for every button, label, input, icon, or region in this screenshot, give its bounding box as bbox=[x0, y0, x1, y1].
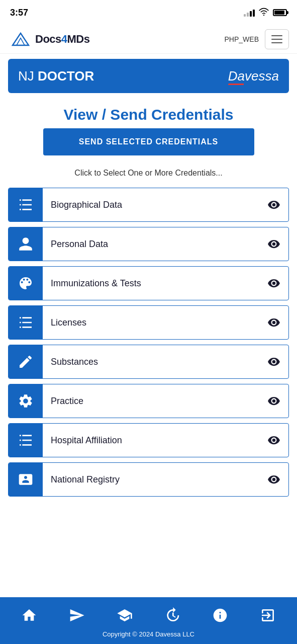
footer-history-button[interactable] bbox=[160, 603, 184, 627]
history-icon bbox=[164, 607, 180, 623]
footer-copyright: Copyright © 2024 Davessa LLC bbox=[0, 627, 297, 640]
credential-label-biographical: Biographical Data bbox=[43, 200, 259, 210]
logout-icon bbox=[260, 607, 276, 623]
svg-marker-2 bbox=[17, 38, 25, 45]
credential-icon-national bbox=[9, 463, 43, 496]
credential-eye-substances[interactable] bbox=[259, 355, 288, 368]
credential-item-personal[interactable]: Personal Data bbox=[8, 227, 289, 261]
status-icons bbox=[244, 8, 287, 18]
credential-label-immunizations: Immunizations & Tests bbox=[43, 278, 259, 289]
credential-icon-licenses bbox=[9, 306, 43, 339]
signal-icon bbox=[244, 9, 255, 17]
home-icon bbox=[21, 607, 37, 623]
footer-education-button[interactable] bbox=[113, 603, 137, 627]
menu-button[interactable] bbox=[265, 29, 289, 49]
credential-eye-immunizations[interactable] bbox=[259, 277, 288, 290]
instruction-text: Click to Select One or More Credentials.… bbox=[0, 160, 297, 188]
logo-area: Docs4MDs bbox=[8, 29, 90, 49]
credential-label-national: National Registry bbox=[43, 474, 259, 485]
credential-icon-biographical bbox=[9, 188, 43, 221]
credential-item-biographical[interactable]: Biographical Data bbox=[8, 188, 289, 222]
banner-davessa: Davessa bbox=[228, 68, 279, 84]
footer-logout-button[interactable] bbox=[256, 603, 280, 627]
credential-item-national[interactable]: National Registry bbox=[8, 462, 289, 497]
nav-right: PHP_WEB bbox=[225, 29, 289, 49]
credential-eye-national[interactable] bbox=[259, 473, 288, 486]
credential-icon-hospital bbox=[9, 424, 43, 457]
info-icon bbox=[212, 607, 228, 623]
credential-eye-hospital[interactable] bbox=[259, 434, 288, 447]
credential-label-hospital: Hospital Affiliation bbox=[43, 435, 259, 446]
credential-icon-personal bbox=[9, 227, 43, 261]
credential-label-personal: Personal Data bbox=[43, 239, 259, 250]
logo-icon bbox=[8, 29, 33, 49]
credential-eye-licenses[interactable] bbox=[259, 316, 288, 329]
credential-item-immunizations[interactable]: Immunizations & Tests bbox=[8, 266, 289, 300]
wifi-icon bbox=[259, 8, 269, 18]
page-title: View / Send Credentials bbox=[0, 98, 297, 128]
status-bar: 3:57 bbox=[0, 0, 297, 25]
hamburger-line bbox=[271, 39, 282, 40]
hamburger-line bbox=[271, 35, 282, 36]
footer-home-button[interactable] bbox=[17, 603, 41, 627]
credential-icon-immunizations bbox=[9, 267, 43, 300]
credential-label-practice: Practice bbox=[43, 396, 259, 407]
status-time: 3:57 bbox=[10, 8, 28, 18]
graduation-icon bbox=[117, 607, 133, 623]
footer-send-button[interactable] bbox=[65, 603, 89, 627]
credential-item-practice[interactable]: Practice bbox=[8, 384, 289, 418]
php-web-label: PHP_WEB bbox=[225, 35, 259, 43]
footer-nav: Copyright © 2024 Davessa LLC bbox=[0, 597, 297, 644]
credential-icon-practice bbox=[9, 384, 43, 418]
credential-list: Biographical DataPersonal DataImmunizati… bbox=[0, 188, 297, 497]
credential-item-hospital[interactable]: Hospital Affiliation bbox=[8, 423, 289, 457]
hamburger-line bbox=[271, 42, 282, 43]
svg-marker-1 bbox=[13, 33, 29, 45]
send-credentials-button[interactable]: SEND SELECTED CREDENTIALS bbox=[43, 128, 254, 155]
banner: NJ DOCTOR Davessa bbox=[8, 59, 289, 93]
credential-eye-biographical[interactable] bbox=[259, 198, 288, 211]
credential-label-substances: Substances bbox=[43, 357, 259, 367]
battery-icon bbox=[273, 9, 287, 16]
footer-icons bbox=[0, 603, 297, 627]
banner-nj-doctor: NJ DOCTOR bbox=[18, 68, 94, 84]
svg-point-0 bbox=[263, 15, 264, 16]
logo-text: Docs4MDs bbox=[35, 33, 90, 46]
credential-label-licenses: Licenses bbox=[43, 317, 259, 328]
credential-eye-practice[interactable] bbox=[259, 394, 288, 408]
credential-icon-substances bbox=[9, 345, 43, 378]
credential-eye-personal[interactable] bbox=[259, 237, 288, 251]
credential-item-licenses[interactable]: Licenses bbox=[8, 305, 289, 340]
credential-item-substances[interactable]: Substances bbox=[8, 345, 289, 379]
footer-info-button[interactable] bbox=[208, 603, 232, 627]
send-icon bbox=[69, 607, 85, 623]
navbar: Docs4MDs PHP_WEB bbox=[0, 25, 297, 54]
send-button-wrapper: SEND SELECTED CREDENTIALS bbox=[0, 128, 297, 160]
